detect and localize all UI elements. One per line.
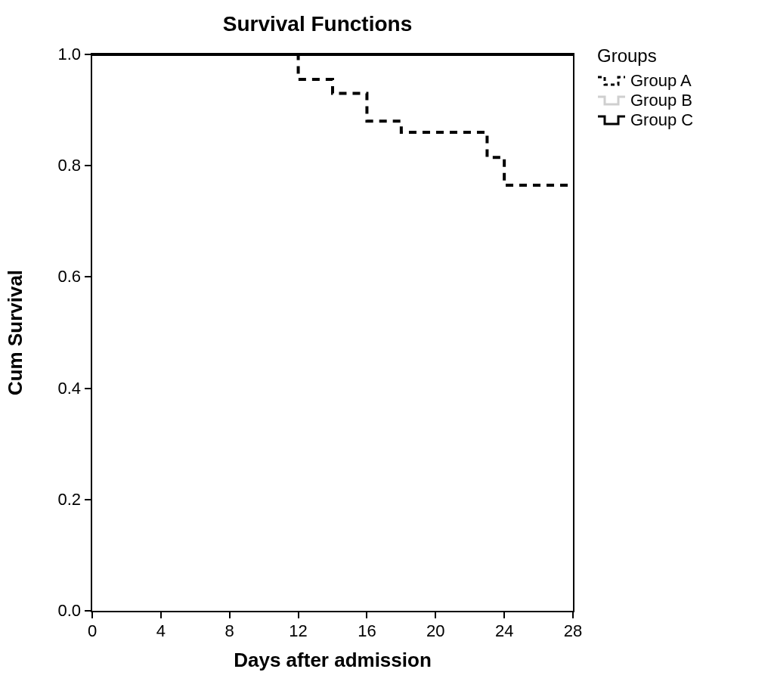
x-tick xyxy=(229,611,231,618)
x-axis-title: Days after admission xyxy=(91,649,574,672)
x-tick-label: 8 xyxy=(225,621,234,641)
plot-area: 0.00.20.40.60.81.00481216202428 xyxy=(91,53,574,612)
x-tick xyxy=(366,611,367,618)
x-tick xyxy=(298,611,299,618)
x-tick-label: 24 xyxy=(495,621,513,641)
y-tick-label: 0.8 xyxy=(39,156,81,175)
legend-sample-gray-icon xyxy=(597,94,626,107)
y-tick xyxy=(85,165,92,166)
y-tick xyxy=(85,388,92,389)
legend-entry-group-a: Group A xyxy=(597,71,693,91)
y-tick-label: 0.2 xyxy=(39,490,81,510)
x-tick-label: 0 xyxy=(88,621,97,641)
chart-title: Survival Functions xyxy=(0,12,635,36)
x-tick xyxy=(572,611,574,618)
x-tick xyxy=(91,611,93,618)
x-tick xyxy=(160,611,162,618)
legend-title: Groups xyxy=(597,45,693,67)
y-tick-label: 0.0 xyxy=(39,601,81,621)
legend-label: Group A xyxy=(630,71,692,91)
chart-container: Survival Functions Cum Survival 0.00.20.… xyxy=(0,0,771,700)
y-tick-label: 0.6 xyxy=(39,267,81,287)
legend-entry-group-c: Group C xyxy=(597,110,693,130)
y-axis-title: Cum Survival xyxy=(4,270,27,395)
legend-entry-group-b: Group B xyxy=(597,91,693,110)
x-tick-label: 12 xyxy=(289,621,307,641)
legend-sample-dashed-icon xyxy=(597,74,626,88)
series-group-a xyxy=(92,54,573,185)
y-tick xyxy=(85,499,92,500)
y-tick xyxy=(85,276,92,277)
legend: Groups Group A Group B Group C xyxy=(597,45,693,130)
legend-sample-solid-icon xyxy=(597,113,626,127)
x-tick-label: 4 xyxy=(156,621,166,641)
legend-label: Group C xyxy=(630,110,693,130)
x-tick xyxy=(435,611,436,618)
x-tick-label: 16 xyxy=(358,621,376,641)
x-tick-label: 20 xyxy=(426,621,444,641)
x-tick-label: 28 xyxy=(564,621,582,641)
y-tick-label: 1.0 xyxy=(39,45,81,64)
x-tick xyxy=(503,611,505,618)
y-tick-label: 0.4 xyxy=(39,379,81,398)
legend-label: Group B xyxy=(630,91,692,110)
plot-svg xyxy=(92,54,573,611)
y-tick xyxy=(85,54,92,55)
